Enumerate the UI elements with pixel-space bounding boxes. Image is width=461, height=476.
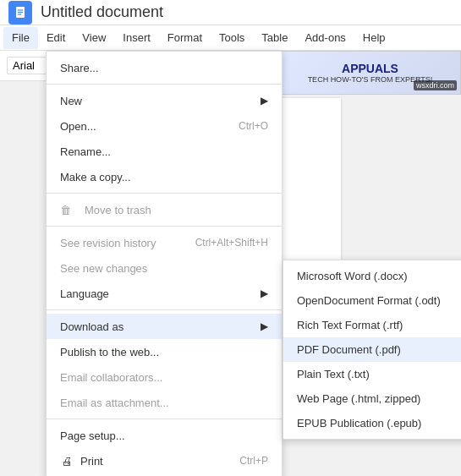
file-menu-section-new: New ▶ Open... Ctrl+O Rename... Make a co… xyxy=(47,85,282,194)
file-menu-trash: 🗑 Move to trash xyxy=(47,197,282,222)
menu-item-table[interactable]: Table xyxy=(253,27,296,49)
menu-item-edit[interactable]: Edit xyxy=(38,27,74,49)
download-submenu: Microsoft Word (.docx) OpenDocument Form… xyxy=(283,260,461,440)
download-pdf[interactable]: PDF Document (.pdf) xyxy=(283,337,461,362)
menu-item-addons[interactable]: Add-ons xyxy=(296,27,354,49)
print-icon: 🖨 xyxy=(60,454,74,468)
file-menu-download[interactable]: Download as ▶ xyxy=(47,314,282,339)
download-docx[interactable]: Microsoft Word (.docx) xyxy=(283,264,461,288)
file-menu-print[interactable]: 🖨 Print Ctrl+P xyxy=(47,448,282,473)
trash-icon: 🗑 xyxy=(60,204,71,216)
file-menu-rename[interactable]: Rename... xyxy=(47,139,282,164)
file-menu-section-print: Page setup... 🖨 Print Ctrl+P xyxy=(47,419,282,476)
file-menu-revision: See revision history Ctrl+Alt+Shift+H xyxy=(47,230,282,255)
file-menu-publish[interactable]: Publish to the web... xyxy=(47,339,282,364)
file-menu-section-trash: 🗑 Move to trash xyxy=(47,194,282,227)
language-arrow-icon: ▶ xyxy=(261,287,268,299)
menu-item-tools[interactable]: Tools xyxy=(211,27,253,49)
file-menu-copy[interactable]: Make a copy... xyxy=(47,164,282,189)
app-icon xyxy=(8,1,32,25)
menu-item-format[interactable]: Format xyxy=(159,27,211,49)
file-menu-changes: See new changes xyxy=(47,255,282,281)
wsxdri-watermark: wsxdri.com xyxy=(414,80,457,90)
arrow-icon: ▶ xyxy=(261,95,268,107)
menu-item-file[interactable]: File xyxy=(3,27,38,49)
top-bar: Untitled document xyxy=(0,0,461,25)
download-txt[interactable]: Plain Text (.txt) xyxy=(283,362,461,386)
file-menu-section-history: See revision history Ctrl+Alt+Shift+H Se… xyxy=(47,227,282,310)
menu-bar: File Edit View Insert Format Tools Table… xyxy=(0,25,461,51)
document-title[interactable]: Untitled document xyxy=(41,3,453,21)
file-menu-page-setup[interactable]: Page setup... xyxy=(47,423,282,448)
download-arrow-icon: ▶ xyxy=(261,320,268,332)
watermark-title: APPUALS xyxy=(308,62,433,75)
menu-item-view[interactable]: View xyxy=(74,27,114,49)
file-menu-language[interactable]: Language ▶ xyxy=(47,281,282,306)
file-menu-share[interactable]: Share... xyxy=(47,55,282,80)
menu-item-insert[interactable]: Insert xyxy=(114,27,159,49)
file-menu-open[interactable]: Open... Ctrl+O xyxy=(47,113,282,139)
download-epub[interactable]: EPUB Publication (.epub) xyxy=(283,411,461,435)
file-menu-new[interactable]: New ▶ xyxy=(47,88,282,113)
download-odt[interactable]: OpenDocument Format (.odt) xyxy=(283,288,461,313)
watermark-banner: APPUALS TECH HOW-TO'S FROM EXPERTS! wsxd… xyxy=(279,51,461,95)
file-menu-email-attach: Email as attachment... xyxy=(47,390,282,415)
file-menu-section-share: Share... xyxy=(47,52,282,85)
download-rtf[interactable]: Rich Text Format (.rtf) xyxy=(283,313,461,337)
file-menu-section-download: Download as ▶ Publish to the web... Emai… xyxy=(47,310,282,419)
file-menu-dropdown: Share... New ▶ Open... Ctrl+O Rename... … xyxy=(46,51,283,476)
menu-item-help[interactable]: Help xyxy=(354,27,394,49)
file-menu-email-collab: Email collaborators... xyxy=(47,364,282,390)
download-html[interactable]: Web Page (.html, zipped) xyxy=(283,386,461,411)
